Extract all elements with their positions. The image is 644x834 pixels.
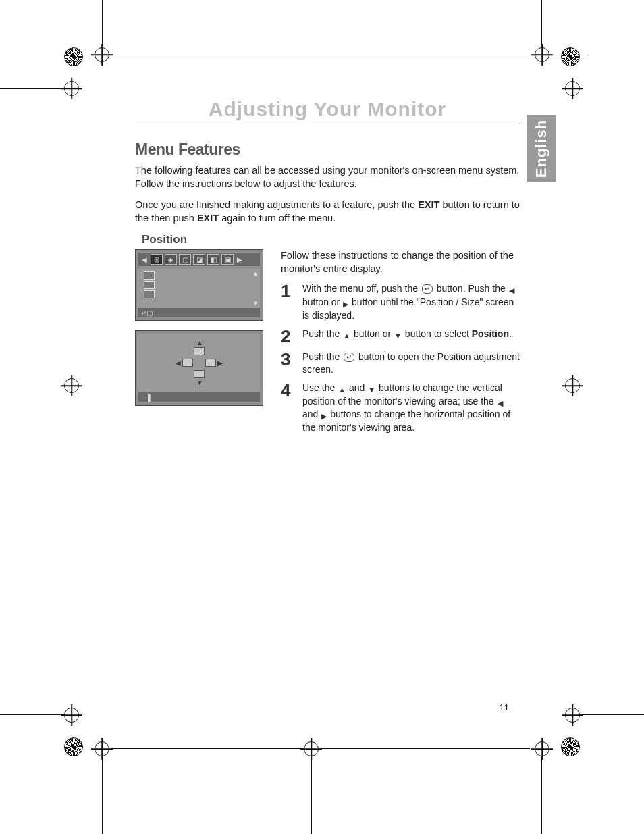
triangle-left-icon: ◀ (140, 256, 149, 263)
triangle-left-icon: ◀ (508, 286, 515, 296)
reg-mark-icon (561, 47, 580, 66)
reg-mark-icon (535, 741, 549, 756)
reg-mark-icon (95, 741, 109, 756)
osd-option-icon (144, 290, 155, 298)
enter-button-icon: ↵ (344, 353, 354, 362)
triangle-down-icon: ▼ (367, 385, 376, 395)
text-fragment: buttons to change the horizontal positio… (302, 409, 510, 433)
step-number: 4 (281, 382, 293, 434)
crop-line-icon (541, 756, 542, 834)
triangle-down-icon: ▼ (252, 300, 259, 307)
text-fragment: button or (302, 296, 342, 307)
crop-line-icon (0, 386, 64, 386)
osd-body: ▲ ▼ (138, 269, 260, 308)
osd-tab-icon: ⊞ (151, 254, 163, 265)
dpad-icon: ▲ ▼ ◀ ▶ (176, 339, 223, 386)
reg-mark-icon (304, 741, 319, 756)
osd-option-icon (144, 271, 155, 280)
crop-line-icon (311, 756, 312, 834)
page-number: 11 (500, 702, 509, 712)
triangle-right-icon: ▶ (217, 359, 223, 367)
crop-line-icon (72, 68, 72, 88)
triangle-right-icon: ▶ (321, 411, 327, 421)
step-text: Push the ↵ button to open the Position a… (302, 350, 520, 376)
intro-paragraph-1: The following features can all be access… (135, 164, 520, 190)
reg-mark-icon (64, 47, 83, 66)
osd-tab-icon: ◧ (207, 254, 219, 265)
osd-position-illustration: ▲ ▼ ◀ ▶ →▌ (135, 330, 263, 406)
triangle-up-icon: ▲ (252, 270, 259, 277)
triangle-right-icon: ▶ (342, 299, 349, 309)
crop-line-icon (102, 756, 103, 834)
triangle-left-icon: ◀ (497, 398, 504, 409)
exit-label: EXIT (418, 199, 439, 210)
position-label: Position (472, 328, 509, 339)
triangle-up-icon: ▲ (342, 331, 351, 341)
enter-icon: ↵▢ (141, 309, 153, 317)
triangle-left-icon: ◀ (176, 359, 181, 367)
triangle-right-icon: ▶ (236, 256, 244, 263)
crop-line-icon (321, 748, 530, 749)
step-3: 3 Push the ↵ button to open the Position… (281, 350, 520, 376)
page-title: Adjusting Your Monitor (135, 98, 520, 124)
crop-line-icon (580, 714, 644, 715)
text-fragment: button. Push the (434, 283, 508, 294)
osd-tab-icon: ◪ (193, 254, 205, 265)
osd-footer: ↵▢ (138, 308, 260, 317)
step-1: 1 With the menu off, push the ↵ button. … (281, 282, 520, 322)
crop-line-icon (541, 0, 542, 47)
step-number: 3 (281, 350, 293, 376)
screen-icon (205, 359, 216, 367)
screen-icon (182, 359, 193, 367)
text-fragment: Push the (302, 328, 342, 339)
step-2: 2 Push the ▲ button or ▼ button to selec… (281, 328, 520, 345)
reg-mark-icon (64, 708, 79, 723)
screen-icon (194, 370, 205, 378)
reg-mark-icon (535, 47, 549, 62)
step-number: 2 (281, 328, 293, 345)
osd-option-icon (144, 281, 155, 289)
screen-icon (194, 347, 205, 355)
step-text: With the menu off, push the ↵ button. Pu… (302, 282, 520, 322)
exit-label: EXIT (197, 213, 219, 224)
reg-mark-icon (561, 737, 580, 756)
step-text: Use the ▲ and ▼ buttons to change the ve… (302, 382, 520, 434)
reg-mark-icon (64, 737, 83, 756)
crop-line-icon (111, 55, 584, 55)
step-number: 1 (281, 282, 293, 322)
osd-tab-icon: ▢ (179, 254, 191, 265)
text-fragment: . (509, 328, 512, 339)
triangle-down-icon: ▼ (394, 331, 402, 341)
text-fragment: With the menu off, push the (302, 283, 421, 294)
text-fragment: button to select (402, 328, 472, 339)
exit-footer-icon: →▌ (141, 394, 153, 401)
crop-line-icon (111, 748, 304, 749)
language-tab-label: English (533, 120, 550, 178)
triangle-up-icon: ▲ (196, 339, 203, 346)
reg-mark-icon (64, 81, 79, 96)
position-intro: Follow these instructions to change the … (281, 249, 520, 276)
section-heading: Menu Features (135, 140, 520, 159)
crop-line-icon (0, 88, 68, 89)
osd-body: ▲ ▼ ◀ ▶ (138, 334, 260, 392)
intro-paragraph-2: Once you are finished making adjustments… (135, 199, 520, 225)
enter-button-icon: ↵ (422, 284, 433, 294)
osd-footer: →▌ (138, 392, 260, 402)
step-4: 4 Use the ▲ and ▼ buttons to change the … (281, 382, 520, 434)
reg-mark-icon (64, 378, 79, 393)
osd-tab-row: ◀ ⊞ ◈ ▢ ◪ ◧ ▣ ▶ (138, 253, 260, 266)
reg-mark-icon (565, 378, 580, 393)
crop-line-icon (102, 0, 103, 47)
position-subheading: Position (142, 233, 520, 246)
step-text: Push the ▲ button or ▼ button to select … (302, 328, 512, 345)
crop-line-icon (580, 386, 644, 386)
text-fragment: Push the (302, 351, 342, 362)
reg-mark-icon (95, 47, 109, 62)
language-tab: English (527, 115, 556, 182)
triangle-up-icon: ▲ (338, 385, 346, 395)
triangle-down-icon: ▼ (196, 379, 203, 386)
osd-tab-icon: ◈ (165, 254, 177, 265)
text-fragment: Use the (302, 382, 338, 393)
text-fragment: and (302, 409, 321, 419)
reg-mark-icon (565, 708, 580, 723)
